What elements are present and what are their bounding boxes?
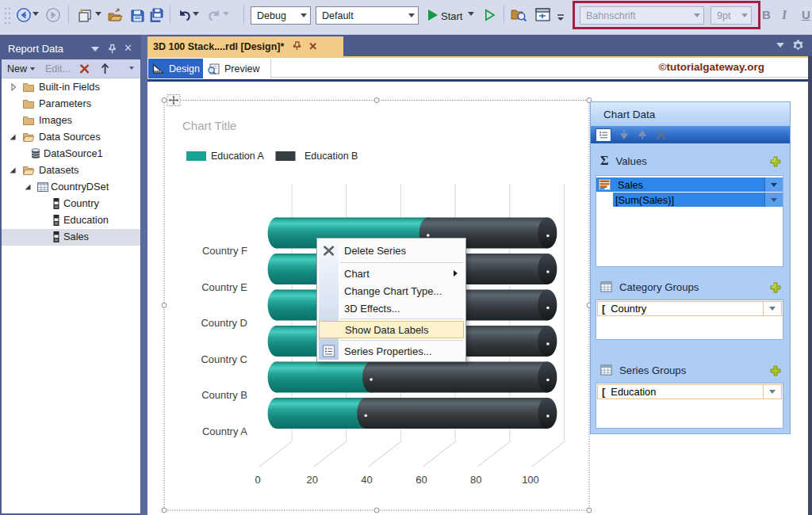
close-panel-icon[interactable]: ✕ (124, 42, 132, 54)
series-row-education[interactable]: [ Education (597, 384, 782, 399)
tree-item-parameters[interactable]: Parameters (2, 96, 140, 113)
category-row-country[interactable]: [ Country (597, 301, 782, 316)
move-down-icon[interactable] (619, 129, 630, 140)
context-menu: Delete Series Chart Change Chart Type...… (316, 238, 466, 362)
expanded-arrow-icon[interactable] (7, 164, 20, 177)
new-menu-button[interactable]: New (7, 63, 27, 74)
menu-item-delete-series[interactable]: Delete Series (319, 240, 464, 261)
delete-icon[interactable] (655, 130, 667, 140)
new-project-button[interactable] (76, 6, 94, 24)
report-data-panel-header[interactable]: Report Data ✕ (0, 38, 141, 59)
tab-list-dropdown-icon[interactable] (776, 43, 784, 48)
selection-handle[interactable] (374, 98, 379, 103)
series-dropdown-button[interactable] (763, 385, 781, 399)
report-design-surface[interactable]: 020406080100Country ACountry BCountry CC… (147, 82, 808, 515)
tree-item-sales[interactable]: Sales (2, 229, 140, 246)
tab-preview[interactable]: Preview (203, 59, 271, 78)
move-up-icon[interactable] (637, 129, 648, 140)
new-project-dropdown[interactable] (95, 12, 102, 16)
start-dropdown[interactable] (468, 12, 474, 16)
start-without-debug-icon[interactable] (481, 6, 499, 24)
panel-splitter[interactable] (141, 35, 147, 515)
solution-platform-combo[interactable]: Default (316, 6, 419, 25)
category-dropdown-button[interactable] (763, 302, 781, 315)
solution-explorer-icon[interactable] (534, 6, 552, 24)
toolbar-overflow-button[interactable] (556, 13, 565, 23)
pin-icon[interactable] (107, 44, 117, 55)
font-size-combo[interactable]: 9pt (710, 6, 752, 25)
document-tab[interactable]: 3D 100 Stack....rdl [Design]* ✕ (146, 36, 343, 56)
expanded-arrow-icon[interactable] (22, 181, 35, 193)
tree-item-datasource1[interactable]: DataSource1 (2, 146, 140, 162)
value-dropdown-button[interactable] (764, 177, 783, 192)
font-name-combo[interactable]: Bahnschrift (580, 6, 704, 25)
category-groups-section-header: Category Groups (600, 280, 699, 293)
save-all-button[interactable] (147, 6, 165, 24)
delete-icon[interactable] (79, 63, 90, 74)
pin-icon[interactable] (292, 40, 302, 53)
close-tab-icon[interactable]: ✕ (308, 40, 317, 52)
undo-dropdown[interactable] (193, 12, 199, 16)
folder-icon (22, 97, 35, 110)
find-in-files-icon[interactable] (510, 6, 527, 24)
values-row-sum-sales[interactable]: [Sum(Sales)] (613, 193, 783, 207)
redo-dropdown[interactable] (223, 12, 229, 16)
tree-item-country[interactable]: Country (2, 196, 140, 212)
new-menu-dropdown-icon[interactable] (30, 67, 35, 71)
chart-data-panel-title: Chart Data (603, 109, 655, 120)
navigate-back-dropdown[interactable] (33, 12, 39, 16)
value-dropdown-button[interactable] (764, 193, 783, 207)
edit-button[interactable]: Edit... (45, 63, 71, 74)
move-up-icon[interactable] (100, 63, 110, 74)
series-groups-list: [ Education (596, 383, 783, 429)
selection-handle[interactable] (162, 98, 167, 103)
undo-button[interactable] (176, 6, 193, 24)
preview-tab-label: Preview (224, 63, 259, 74)
tree-item-countrydset[interactable]: CountryDSet (2, 179, 140, 196)
collapsed-arrow-icon[interactable] (7, 81, 20, 93)
document-tab-title: 3D 100 Stack....rdl [Design]* (153, 41, 284, 52)
add-category-group-button[interactable] (770, 282, 781, 293)
add-value-button[interactable] (770, 156, 781, 167)
toolbar-separator (68, 6, 69, 25)
gear-icon[interactable] (792, 40, 804, 52)
toolbar-options-icon[interactable] (129, 67, 134, 70)
expanded-arrow-icon[interactable] (7, 131, 20, 143)
italic-button[interactable]: I (782, 8, 787, 22)
tree-item-built-in-fields[interactable]: Built-in Fields (2, 79, 140, 96)
start-button[interactable]: Start (441, 10, 462, 22)
start-debug-icon[interactable] (424, 6, 442, 24)
values-row-sales[interactable]: Sales (596, 177, 783, 192)
tree-item-data-sources[interactable]: Data Sources (2, 129, 140, 146)
report-data-toolbar: New Edit... (2, 59, 140, 78)
menu-item-series-properties[interactable]: Series Properties... (319, 342, 464, 360)
properties-mode-button[interactable] (596, 128, 611, 142)
toolbar-grip[interactable] (4, 6, 12, 27)
menu-item-chart[interactable]: Chart (319, 265, 464, 282)
selection-handle[interactable] (162, 303, 167, 307)
database-icon (29, 147, 42, 160)
menu-item-change-chart-type[interactable]: Change Chart Type... (319, 282, 464, 299)
menu-item-show-data-labels[interactable]: Show Data Labels (319, 321, 464, 338)
save-button[interactable] (128, 6, 146, 24)
tree-item-datasets[interactable]: Datasets (2, 162, 140, 179)
tree-item-education[interactable]: Education (2, 212, 140, 229)
add-series-group-button[interactable] (770, 365, 781, 376)
navigate-forward-button[interactable] (44, 6, 62, 24)
bold-button[interactable]: B (762, 8, 771, 21)
underline-button[interactable]: U (802, 8, 810, 21)
navigate-back-button[interactable] (15, 6, 33, 24)
redo-button[interactable] (205, 6, 223, 24)
svg-text:Country A: Country A (202, 425, 247, 437)
selection-handle[interactable] (587, 508, 592, 513)
tab-design[interactable]: Design (148, 59, 203, 78)
delete-series-icon (321, 243, 336, 258)
menu-item-3d-effects[interactable]: 3D Effects... (319, 299, 464, 317)
selection-handle[interactable] (162, 508, 167, 513)
group-bracket-icon: [ (602, 386, 605, 398)
open-file-button[interactable] (106, 6, 124, 24)
tree-item-images[interactable]: Images (2, 113, 140, 129)
window-position-icon[interactable] (91, 47, 99, 52)
selection-handle[interactable] (374, 508, 379, 513)
solution-configuration-combo[interactable]: Debug (251, 6, 311, 25)
